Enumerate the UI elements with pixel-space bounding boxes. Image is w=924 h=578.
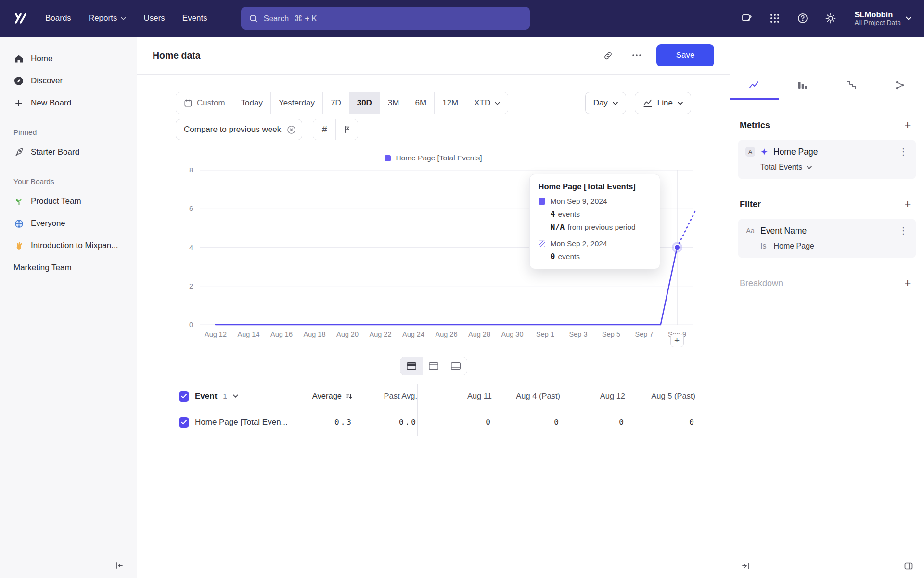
add-filter-button[interactable]: +: [901, 197, 914, 211]
range-today-button[interactable]: Today: [233, 92, 270, 114]
sidebar-item-everyone[interactable]: Everyone: [0, 214, 137, 233]
svg-text:Aug 14: Aug 14: [237, 330, 259, 338]
tab-flows[interactable]: [875, 72, 924, 100]
sidebar-footer: [0, 553, 137, 578]
cell-value: 0: [689, 418, 695, 427]
filter-value[interactable]: Home Page: [773, 242, 814, 250]
remove-compare-icon[interactable]: [287, 125, 296, 134]
add-annotation-button[interactable]: +: [670, 334, 684, 347]
chart-legend[interactable]: Home Page [Total Events]: [137, 153, 730, 163]
plus-icon: [13, 98, 24, 108]
split-view-icon: [407, 362, 416, 370]
search-shortcut: ⌘ + K: [295, 14, 317, 23]
tab-funnels[interactable]: [779, 72, 827, 100]
layout-table-view-button[interactable]: [445, 357, 467, 375]
chevron-down-icon: [678, 102, 683, 105]
collapse-sidebar-icon[interactable]: [115, 561, 124, 570]
tab-retention[interactable]: [827, 72, 876, 100]
column-header-average[interactable]: Average: [293, 392, 353, 401]
metric-measure-value: Total Events: [760, 163, 802, 171]
table-row: Home Page [Total Even... 0.3 0.0 0 0 0 0: [137, 408, 730, 436]
add-metric-button[interactable]: +: [901, 118, 914, 132]
compare-chip[interactable]: Compare to previous week: [176, 119, 302, 140]
nav-events[interactable]: Events: [182, 13, 207, 23]
sidebar-item-home[interactable]: Home: [0, 49, 137, 68]
nav-boards[interactable]: Boards: [45, 13, 71, 23]
sidebar-item-introduction[interactable]: Introduction to Mixpan...: [0, 236, 137, 255]
apps-grid-icon[interactable]: [768, 12, 782, 25]
filter-kebab-icon[interactable]: ⋮: [898, 225, 909, 236]
chart-type-dropdown[interactable]: Line: [635, 92, 691, 114]
help-icon[interactable]: [796, 12, 809, 25]
event-column-header[interactable]: Event: [195, 392, 217, 401]
panel-layout-icon[interactable]: [904, 561, 913, 571]
metric-measure-dropdown[interactable]: Total Events: [760, 163, 909, 171]
search-input[interactable]: Search ⌘ + K: [241, 7, 530, 30]
column-header-past-avg: Past Avg.: [353, 392, 417, 401]
svg-text:Aug 26: Aug 26: [435, 330, 457, 338]
sidebar-item-starter-board[interactable]: Starter Board: [0, 143, 137, 162]
svg-text:Aug 22: Aug 22: [369, 330, 391, 338]
mixpanel-logo[interactable]: [13, 10, 29, 26]
range-7d-button[interactable]: 7D: [322, 92, 349, 114]
layout-split-view-button[interactable]: [400, 357, 423, 375]
tooltip-current-value: 4events: [551, 210, 651, 219]
sidebar-item-label: New Board: [31, 98, 71, 108]
calendar-icon: [184, 99, 192, 107]
query-panel: Metrics + A Home Page ⋮ Total Events Fil…: [730, 37, 924, 578]
column-label: Average: [312, 392, 342, 401]
metric-card[interactable]: A Home Page ⋮ Total Events: [738, 140, 916, 179]
metric-event-name[interactable]: Home Page: [773, 147, 893, 157]
range-yesterday-button[interactable]: Yesterday: [270, 92, 322, 114]
chevron-down-icon[interactable]: [233, 394, 238, 398]
granularity-dropdown[interactable]: Day: [585, 92, 626, 114]
copy-link-icon[interactable]: [599, 46, 617, 65]
home-icon: [13, 53, 24, 64]
left-sidebar: Home Discover New Board Pinned Starter B…: [0, 37, 137, 578]
svg-text:Sep 3: Sep 3: [569, 330, 587, 338]
value-labels-toggle[interactable]: #: [313, 119, 335, 140]
save-button[interactable]: Save: [656, 44, 714, 66]
feedback-icon[interactable]: [740, 12, 754, 25]
filter-card[interactable]: Aa Event Name ⋮ Is Home Page: [738, 219, 916, 258]
range-12m-button[interactable]: 12M: [434, 92, 466, 114]
sidebar-item-product-team[interactable]: Product Team: [0, 192, 137, 211]
cell-value: 0.3: [334, 418, 353, 427]
chart-area: 02468Aug 12Aug 14Aug 16Aug 18Aug 20Aug 2…: [159, 163, 708, 344]
nav-reports[interactable]: Reports: [89, 13, 127, 23]
breakdown-section-header: Breakdown +: [738, 276, 916, 290]
cell-average: 0.3: [293, 418, 353, 427]
tooltip-delta: N/Afrom previous period: [551, 223, 651, 232]
range-30d-button[interactable]: 30D: [349, 92, 380, 114]
search-placeholder: Search: [264, 14, 289, 23]
range-xtd-button[interactable]: XTD: [466, 92, 508, 114]
nav-users[interactable]: Users: [143, 13, 165, 23]
sort-desc-icon: [346, 393, 353, 400]
row-checkbox[interactable]: [179, 417, 189, 428]
sidebar-item-new-board[interactable]: New Board: [0, 93, 137, 113]
more-options-icon[interactable]: [628, 46, 646, 65]
series-swatch: [539, 198, 545, 205]
filter-operator[interactable]: Is: [760, 242, 766, 250]
select-all-checkbox[interactable]: [179, 391, 189, 402]
tab-insights[interactable]: [730, 72, 779, 100]
metric-letter-badge: A: [745, 147, 755, 157]
nav-users-label: Users: [143, 13, 165, 23]
tooltip-previous-date-row: Mon Sep 2, 2024: [539, 239, 651, 248]
svg-text:Aug 20: Aug 20: [336, 330, 359, 338]
annotations-toggle[interactable]: [335, 119, 358, 140]
filter-property-name[interactable]: Event Name: [760, 226, 893, 236]
sidebar-item-discover[interactable]: Discover: [0, 71, 137, 91]
settings-gear-icon[interactable]: [824, 12, 837, 25]
row-series-name[interactable]: Home Page [Total Even...: [195, 418, 288, 427]
column-header-aug-4-past: Aug 4 (Past): [492, 392, 560, 401]
layout-chart-view-button[interactable]: [423, 357, 445, 375]
range-custom-button[interactable]: Custom: [176, 92, 233, 114]
range-6m-button[interactable]: 6M: [407, 92, 434, 114]
account-menu[interactable]: SLMobbin All Project Data: [855, 10, 911, 27]
metric-kebab-icon[interactable]: ⋮: [898, 146, 909, 157]
sidebar-item-marketing-team[interactable]: Marketing Team: [0, 258, 137, 277]
range-3m-button[interactable]: 3M: [380, 92, 407, 114]
collapse-panel-icon[interactable]: [741, 561, 750, 571]
add-breakdown-button[interactable]: +: [901, 276, 914, 290]
